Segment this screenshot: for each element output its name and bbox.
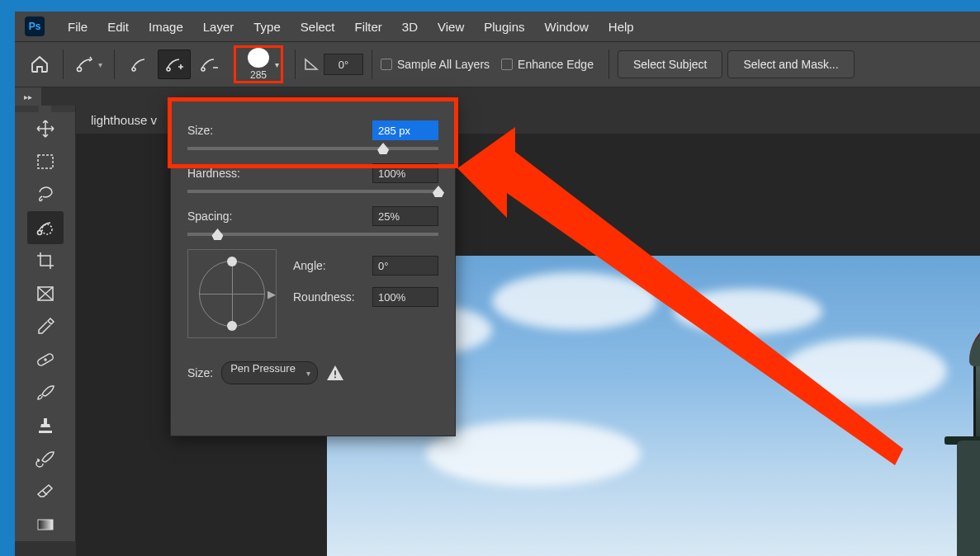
brush-size-label: 285	[250, 69, 267, 81]
menu-select[interactable]: Select	[294, 16, 342, 37]
menu-file[interactable]: File	[61, 16, 94, 37]
select-and-mask-button[interactable]: Select and Mask...	[727, 50, 854, 78]
warning-icon	[326, 365, 344, 381]
separator	[114, 49, 115, 79]
menu-layer[interactable]: Layer	[196, 16, 241, 37]
menu-3d[interactable]: 3D	[395, 16, 424, 37]
spacing-input[interactable]	[372, 206, 438, 226]
brush-new-icon	[130, 54, 149, 74]
menu-filter[interactable]: Filter	[348, 16, 389, 37]
gradient-tool[interactable]	[27, 508, 64, 541]
separator	[372, 49, 372, 79]
angle-input[interactable]	[372, 256, 438, 276]
clone-stamp-tool[interactable]	[27, 409, 64, 442]
checkbox-icon	[501, 59, 513, 70]
svg-point-1	[132, 68, 135, 71]
chevron-down-icon: ▾	[275, 60, 279, 69]
tool-preset-picker[interactable]: ▾	[72, 51, 106, 78]
svg-point-5	[37, 231, 41, 235]
tools-panel	[15, 106, 76, 541]
size-slider[interactable]	[187, 147, 438, 150]
size-input[interactable]	[372, 120, 438, 140]
history-brush-icon	[36, 449, 55, 469]
separator	[63, 49, 64, 79]
separator	[608, 49, 609, 79]
frame-icon	[36, 284, 55, 304]
marquee-icon	[36, 152, 55, 172]
expand-panels-button[interactable]: ▸▸	[15, 87, 41, 106]
menu-plugins[interactable]: Plugins	[477, 16, 531, 37]
lasso-tool[interactable]	[27, 178, 64, 211]
document-tab[interactable]: lighthouse v	[76, 106, 172, 134]
svg-point-0	[78, 68, 82, 72]
sample-all-layers-checkbox[interactable]: Sample All Layers	[381, 58, 490, 71]
eraser-icon	[36, 482, 55, 502]
select-subject-button[interactable]: Select Subject	[618, 50, 723, 78]
spacing-slider-thumb[interactable]	[211, 229, 223, 240]
dynamics-size-select[interactable]: Pen Pressure ▾	[221, 361, 318, 384]
quick-selection-icon	[36, 218, 55, 238]
roundness-input[interactable]	[372, 287, 438, 307]
home-button[interactable]	[25, 49, 54, 79]
angle-label: Angle:	[293, 259, 326, 272]
move-icon	[36, 119, 55, 139]
add-to-selection-button[interactable]	[158, 49, 191, 79]
size-label: Size:	[187, 124, 213, 137]
size-slider-thumb[interactable]	[377, 143, 389, 154]
toolbar-grip[interactable]	[15, 106, 75, 112]
chevron-down-icon: ▾	[98, 60, 102, 69]
brush-add-icon	[164, 54, 184, 74]
enhance-edge-checkbox[interactable]: Enhance Edge	[501, 58, 594, 71]
brush-icon	[36, 383, 55, 403]
frame-tool[interactable]	[27, 277, 64, 310]
healing-brush-tool[interactable]	[27, 343, 64, 376]
svg-rect-4	[38, 155, 53, 168]
svg-point-2	[167, 68, 170, 71]
home-icon	[30, 54, 50, 74]
eraser-tool[interactable]	[27, 475, 64, 508]
new-selection-button[interactable]	[123, 49, 156, 79]
marquee-tool[interactable]	[27, 145, 64, 178]
history-brush-tool[interactable]	[27, 442, 64, 475]
brush-shape-editor[interactable]: ▶	[187, 249, 277, 338]
menu-type[interactable]: Type	[247, 16, 287, 37]
bandaid-icon	[36, 350, 55, 370]
hardness-input[interactable]	[372, 163, 438, 183]
menu-view[interactable]: View	[431, 16, 471, 37]
menu-edit[interactable]: Edit	[101, 16, 135, 37]
option-bar: ▾ 285 ▾ Sample All Layers	[15, 41, 980, 87]
direction-arrow-icon: ▶	[267, 288, 276, 300]
brush-preview-icon	[248, 48, 269, 68]
checkbox-icon	[381, 59, 392, 70]
eyedropper-tool[interactable]	[27, 310, 64, 343]
subtract-from-selection-button[interactable]	[192, 49, 225, 79]
brush-settings-popover: Size: Hardness: Spacing:	[170, 100, 456, 436]
menu-image[interactable]: Image	[142, 16, 190, 37]
app-window: Ps File Edit Image Layer Type Select Fil…	[15, 12, 980, 556]
hardness-slider-thumb[interactable]	[433, 186, 444, 197]
move-tool[interactable]	[27, 112, 64, 145]
roundness-handle[interactable]	[227, 321, 237, 331]
menubar: Ps File Edit Image Layer Type Select Fil…	[15, 12, 980, 41]
menu-window[interactable]: Window	[537, 16, 594, 37]
brush-preset-picker[interactable]: 285 ▾	[234, 45, 283, 83]
roundness-label: Roundness:	[293, 290, 355, 304]
lasso-icon	[36, 185, 55, 205]
svg-point-9	[45, 359, 46, 360]
dynamics-size-value: Pen Pressure	[230, 362, 296, 375]
angle-handle[interactable]	[227, 257, 237, 266]
brush-angle-input[interactable]	[324, 54, 363, 75]
menu-help[interactable]: Help	[602, 16, 641, 37]
stamp-icon	[36, 416, 55, 436]
brush-angle-control	[304, 54, 363, 75]
sample-all-layers-label: Sample All Layers	[397, 58, 490, 71]
hardness-label: Hardness:	[187, 167, 240, 180]
quick-selection-tool[interactable]	[27, 211, 64, 244]
spacing-slider[interactable]	[187, 233, 438, 236]
hardness-slider[interactable]	[187, 190, 438, 193]
brush-tool[interactable]	[27, 376, 64, 409]
chevron-down-icon: ▾	[306, 369, 310, 378]
angle-icon	[304, 57, 319, 72]
crop-tool[interactable]	[27, 244, 64, 277]
spacing-label: Spacing:	[187, 210, 232, 223]
